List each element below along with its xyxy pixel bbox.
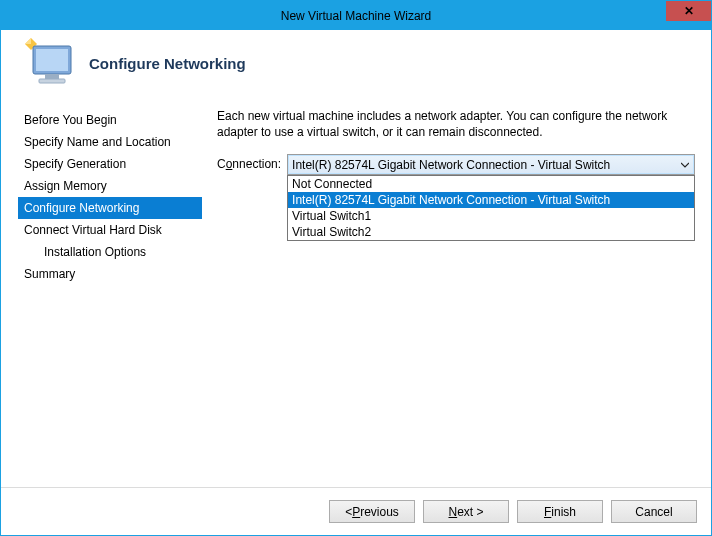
connection-select-wrap: Intel(R) 82574L Gigabit Network Connecti…: [287, 154, 695, 175]
svg-marker-1: [25, 38, 31, 44]
close-icon: ✕: [684, 4, 694, 18]
connection-row: Connection: Intel(R) 82574L Gigabit Netw…: [217, 154, 695, 175]
sidebar-step-3[interactable]: Assign Memory: [18, 175, 202, 197]
content-area: Each new virtual machine includes a netw…: [217, 108, 695, 487]
next-button[interactable]: Next >: [423, 500, 509, 523]
connection-dropdown[interactable]: Not ConnectedIntel(R) 82574L Gigabit Net…: [287, 175, 695, 241]
wizard-window: New Virtual Machine Wizard ✕ Configure N…: [0, 0, 712, 536]
wizard-footer: < Previous Next > Finish Cancel: [1, 487, 711, 535]
svg-rect-4: [45, 74, 59, 79]
wizard-icon: [19, 38, 75, 88]
dropdown-option-3[interactable]: Virtual Switch2: [288, 224, 694, 240]
sidebar-step-2[interactable]: Specify Generation: [18, 153, 202, 175]
wizard-steps-sidebar: Before You BeginSpecify Name and Locatio…: [17, 108, 203, 487]
description-text: Each new virtual machine includes a netw…: [217, 108, 695, 140]
dropdown-option-2[interactable]: Virtual Switch1: [288, 208, 694, 224]
chevron-down-icon: [678, 157, 692, 172]
connection-selected-value: Intel(R) 82574L Gigabit Network Connecti…: [292, 158, 610, 172]
svg-rect-5: [39, 79, 65, 83]
sidebar-step-0[interactable]: Before You Begin: [18, 109, 202, 131]
cancel-button[interactable]: Cancel: [611, 500, 697, 523]
page-title: Configure Networking: [89, 55, 246, 72]
window-title: New Virtual Machine Wizard: [281, 9, 432, 23]
sidebar-step-5[interactable]: Connect Virtual Hard Disk: [18, 219, 202, 241]
previous-button[interactable]: < Previous: [329, 500, 415, 523]
sidebar-step-6[interactable]: Installation Options: [18, 241, 202, 263]
dropdown-option-1[interactable]: Intel(R) 82574L Gigabit Network Connecti…: [288, 192, 694, 208]
titlebar[interactable]: New Virtual Machine Wizard ✕: [1, 1, 711, 30]
wizard-header: Configure Networking: [1, 30, 711, 96]
svg-rect-3: [36, 49, 68, 71]
wizard-body: Before You BeginSpecify Name and Locatio…: [1, 96, 711, 487]
sidebar-step-7[interactable]: Summary: [18, 263, 202, 285]
connection-label: Connection:: [217, 154, 281, 171]
close-button[interactable]: ✕: [666, 1, 711, 21]
dropdown-option-0[interactable]: Not Connected: [288, 176, 694, 192]
connection-select[interactable]: Intel(R) 82574L Gigabit Network Connecti…: [287, 154, 695, 175]
finish-button[interactable]: Finish: [517, 500, 603, 523]
sidebar-step-4[interactable]: Configure Networking: [18, 197, 202, 219]
sidebar-step-1[interactable]: Specify Name and Location: [18, 131, 202, 153]
